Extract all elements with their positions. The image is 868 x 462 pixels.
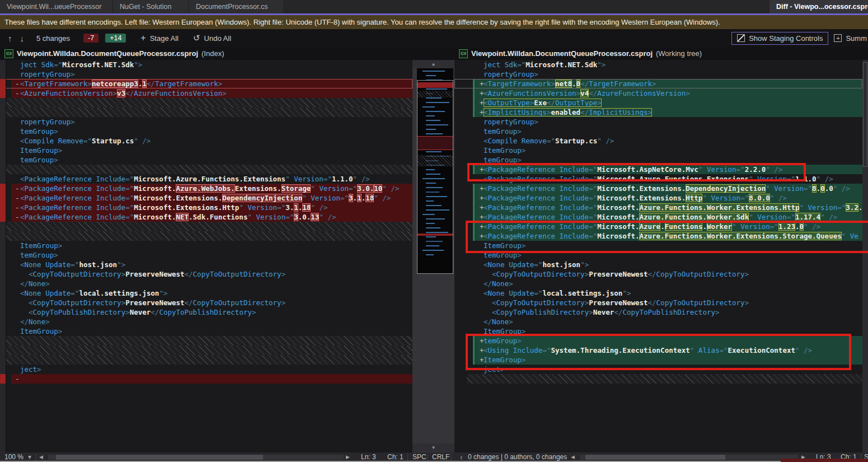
code-line: </None> [454,317,862,326]
minimap-viewport-slider[interactable] [417,80,453,274]
scroll-down-icon[interactable]: ▼ [412,444,454,452]
gutter-removed-mark [0,184,6,222]
stage-all-button[interactable]: + Stage All [140,34,179,43]
code-line: ropertyGroup> [0,117,412,127]
left-file-name: Viewpoint.Willdan.DocumentQueueProcessor… [17,49,198,58]
code-line: +<OutputType>Exe</OutputType> [454,98,862,108]
divider [36,454,36,461]
code-line [0,231,412,241]
right-scrollbar[interactable] [862,60,868,452]
code-line: +<TargetFramework>net8.0</TargetFramewor… [454,79,862,88]
left-file-suffix: (Index) [201,49,224,58]
code-line: - [0,374,412,384]
tab-nuget-solution[interactable]: NuGet - Solution [113,0,188,13]
window-bottom-edge-red [781,459,868,462]
code-line: -<PackageReference Include="Microsoft.Az… [0,184,412,193]
code-line: temGroup> [0,155,412,165]
code-line: <CopyToPublishDirectory>Never</CopyToPub… [454,307,862,317]
code-line: <CopyToOutputDirectory>PreserveNewest</C… [454,269,862,279]
left-code[interactable]: ject Sdk="Microsoft.NET.Sdk">ropertyGrou… [0,60,412,452]
show-staging-label: Show Staging Controls [749,34,823,43]
tab-label: DocumentProcessor.cs [196,3,268,11]
code-line: ject> [0,365,412,374]
code-line: <PackageReference Include="Microsoft.Azu… [0,174,412,184]
scroll-up-icon[interactable]: ▲ [412,60,454,68]
vs-diff-window: Viewpoint.Wil...ueueProcessor NuGet - So… [0,0,868,462]
code-line [0,355,412,365]
encoding-warning-bar: These files have different encodings. Le… [0,15,868,29]
code-line: <CopyToOutputDirectory>PreserveNewest</C… [0,269,412,279]
annotation-rect-aspnetcore [467,163,806,181]
tab-diff-active[interactable]: Diff - Viewpo...ocessor.csproj [770,0,868,13]
left-editor-pane: C# Viewpoint.Willdan.DocumentQueueProces… [0,47,412,452]
right-hscrollbar[interactable] [580,455,798,460]
toolbar-right-group: Show Staging Controls + Summ [731,32,867,45]
right-scrollbar-thumb[interactable] [863,62,867,167]
code-line: <CopyToPublishDirectory>Never</CopyToPub… [0,307,412,317]
code-line: <CopyToOutputDirectory>PreserveNewest</C… [0,298,412,307]
code-line: ject Sdk="Microsoft.NET.Sdk"> [454,60,862,69]
divider [428,454,428,461]
tab-label: Viewpoint.Wil...ueueProcessor [7,3,101,11]
code-line: +<ImplicitUsings>enabled</ImplicitUsings… [454,108,862,117]
code-line: <None Update="local.settings.json"> [454,288,862,298]
code-line: <None Update="host.json"> [0,260,412,269]
code-line: ItemGroup> [454,146,862,155]
gutter-removed-mark [0,374,6,384]
code-line [0,222,412,231]
code-line [0,108,412,117]
left-hscrollbar-thumb[interactable] [56,455,263,460]
divider [451,454,452,461]
staging-checkbox-icon [737,34,745,42]
changes-count: 5 changes [36,34,70,43]
csproj-file-icon: C# [4,49,13,58]
left-file-header: C# Viewpoint.Willdan.DocumentQueueProces… [0,47,412,60]
code-line [0,98,412,108]
tab-label: NuGet - Solution [120,3,171,11]
code-line: +<PackageReference Include="Microsoft.Ex… [454,184,862,193]
right-file-name: Viewpoint.Willdan.DocumentQueueProcessor… [471,49,653,58]
code-line: <None Update="host.json"> [454,260,862,269]
code-line: <None Update="local.settings.json"> [0,288,412,298]
gutter-removed-mark [0,79,6,98]
code-line: -<PackageReference Include="Microsoft.Ex… [0,203,412,212]
previous-change-icon[interactable]: ↑ [8,34,12,43]
code-line [0,336,412,346]
code-line: ItemGroup> [0,241,412,250]
right-code[interactable]: ject Sdk="Microsoft.NET.Sdk">ropertyGrou… [454,60,862,452]
tab-bar: Viewpoint.Wil...ueueProcessor NuGet - So… [0,0,868,13]
right-hscrollbar-thumb[interactable] [585,455,725,460]
summary-button[interactable]: + Summ [834,34,867,43]
left-hscrollbar[interactable] [48,455,344,460]
plus-icon: + [140,34,146,42]
code-line: </None> [0,279,412,288]
show-staging-controls-button[interactable]: Show Staging Controls [731,32,828,45]
code-line: temGroup> [0,127,412,136]
tab-spacer [284,0,770,13]
code-line: -<PackageReference Include="Microsoft.Ex… [0,193,412,203]
tab-viewpoint-queueprocessor[interactable]: Viewpoint.Wil...ueueProcessor [0,0,112,13]
code-line: ject Sdk="Microsoft.NET.Sdk"> [0,60,412,69]
code-line: +<PackageReference Include="Microsoft.Ex… [454,193,862,203]
minimap-scrollbar[interactable]: ▲ ▼ [412,60,454,452]
code-line [0,165,412,174]
code-line: ropertyGroup> [0,69,412,79]
tab-documentprocessor[interactable]: DocumentProcessor.cs [189,0,283,13]
deletions-badge: -7 [83,34,98,43]
code-line: -<AzureFunctionsVersion>v3</AzureFunctio… [0,88,412,98]
next-change-icon[interactable]: ↓ [20,34,25,43]
code-line [0,346,412,355]
code-line: ItemGroup> [0,326,412,336]
code-line: </None> [0,317,412,326]
csproj-file-icon: C# [459,49,468,58]
summary-icon: + [834,34,842,42]
diff-toolbar: ↑ ↓ 5 changes -7 +14 + Stage All ↺ Undo … [0,29,868,47]
divider [407,454,408,461]
code-line: ropertyGroup> [454,69,862,79]
summary-label: Summ [846,34,867,43]
code-line: -<PackageReference Include="Microsoft.NE… [0,212,412,222]
code-line: ItemGroup> [0,146,412,155]
undo-all-button[interactable]: ↺ Undo All [193,33,231,43]
right-file-suffix: (Working tree) [656,49,702,58]
code-line: ropertyGroup> [454,117,862,127]
